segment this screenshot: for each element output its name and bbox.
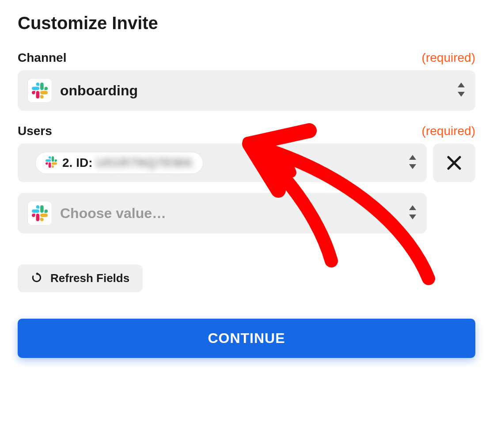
users-selected-select[interactable]: 2. ID: U01R7NQ7EWA (18, 143, 427, 182)
chevron-updown-icon (408, 205, 417, 221)
chevron-updown-icon (408, 155, 417, 171)
slack-icon (27, 201, 52, 226)
refresh-icon (31, 272, 42, 285)
slack-icon (27, 78, 52, 103)
refresh-button-label: Refresh Fields (50, 271, 129, 285)
continue-button[interactable]: CONTINUE (18, 319, 475, 358)
channel-value: onboarding (60, 83, 449, 99)
chevron-updown-icon (457, 83, 466, 98)
user-pill-text: 2. ID: U01R7NQ7EWA (62, 156, 193, 170)
slack-icon (46, 156, 57, 169)
user-pill: 2. ID: U01R7NQ7EWA (35, 152, 203, 174)
channel-select[interactable]: onboarding (18, 70, 475, 111)
remove-user-button[interactable] (433, 143, 475, 182)
channel-field-group: Channel (required) onboarding (18, 51, 475, 111)
users-add-placeholder: Choose value… (60, 205, 400, 222)
close-icon (446, 155, 462, 171)
users-add-select[interactable]: Choose value… (18, 193, 427, 233)
channel-label: Channel (18, 51, 66, 65)
users-required-tag: (required) (422, 124, 475, 138)
page-title: Customize Invite (18, 13, 475, 33)
users-field-group: Users (required) (18, 124, 475, 233)
channel-required-tag: (required) (422, 51, 475, 65)
users-label: Users (18, 124, 52, 138)
refresh-fields-button[interactable]: Refresh Fields (18, 264, 143, 292)
